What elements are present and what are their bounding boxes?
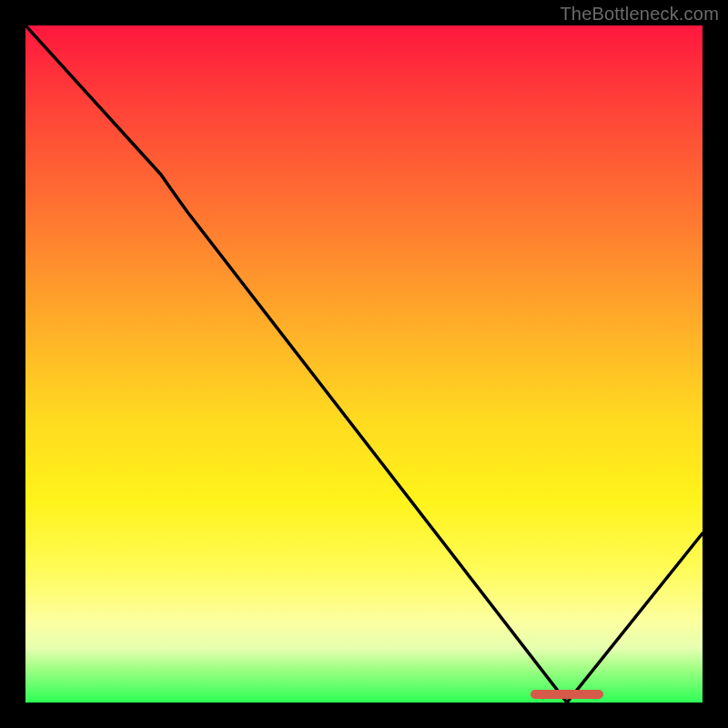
watermark-text: TheBottleneck.com — [560, 4, 719, 25]
chart-frame: TheBottleneck.com — [0, 0, 728, 728]
bottleneck-curve — [25, 25, 703, 703]
plot-area — [25, 25, 703, 703]
optimal-range-marker — [531, 690, 603, 699]
curve-path — [25, 25, 703, 703]
